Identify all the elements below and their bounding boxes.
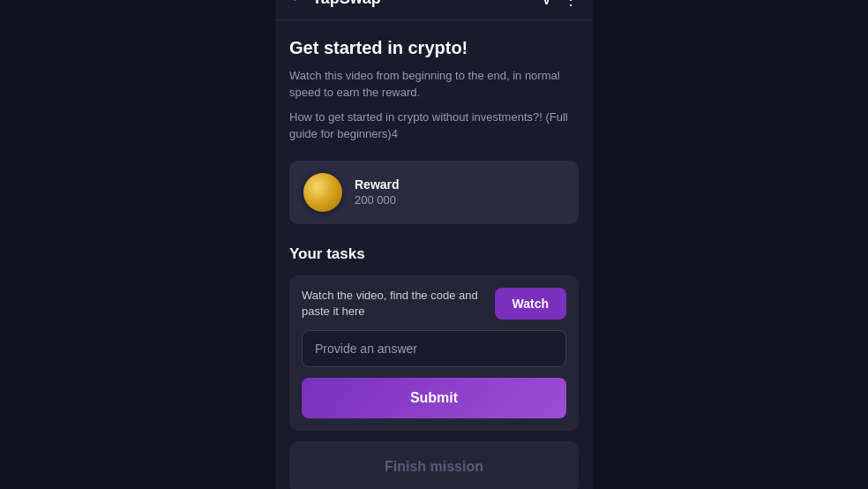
guide-text: How to get started in crypto without inv… <box>289 109 579 143</box>
reward-card: Reward 200 000 <box>289 161 579 224</box>
task-description: Watch the video, find the code and paste… <box>302 288 495 320</box>
reward-amount: 200 000 <box>355 193 400 207</box>
task-row: Watch the video, find the code and paste… <box>302 288 566 320</box>
finish-mission-card: Finish mission <box>289 441 579 489</box>
task-card: Watch the video, find the code and paste… <box>289 275 579 431</box>
coin-icon <box>303 173 342 212</box>
header-left: ← TapSwap <box>289 0 381 8</box>
reward-info: Reward 200 000 <box>355 177 400 207</box>
app-header: ← TapSwap ∨ ⋮ <box>275 0 593 20</box>
page-title: Get started in crypto! <box>289 38 579 58</box>
more-options-icon[interactable]: ⋮ <box>563 0 579 9</box>
description-text: Watch this video from beginning to the e… <box>289 67 579 102</box>
submit-button[interactable]: Submit <box>302 378 566 418</box>
answer-input[interactable] <box>302 330 566 367</box>
watch-button[interactable]: Watch <box>495 288 566 320</box>
finish-mission-label: Finish mission <box>385 459 483 475</box>
back-button[interactable]: ← <box>289 0 305 8</box>
chevron-down-icon[interactable]: ∨ <box>541 0 552 9</box>
tasks-section-title: Your tasks <box>289 245 579 263</box>
app-title: TapSwap <box>312 0 381 8</box>
header-right: ∨ ⋮ <box>541 0 579 9</box>
reward-label: Reward <box>355 177 400 192</box>
main-content: Get started in crypto! Watch this video … <box>275 20 593 489</box>
